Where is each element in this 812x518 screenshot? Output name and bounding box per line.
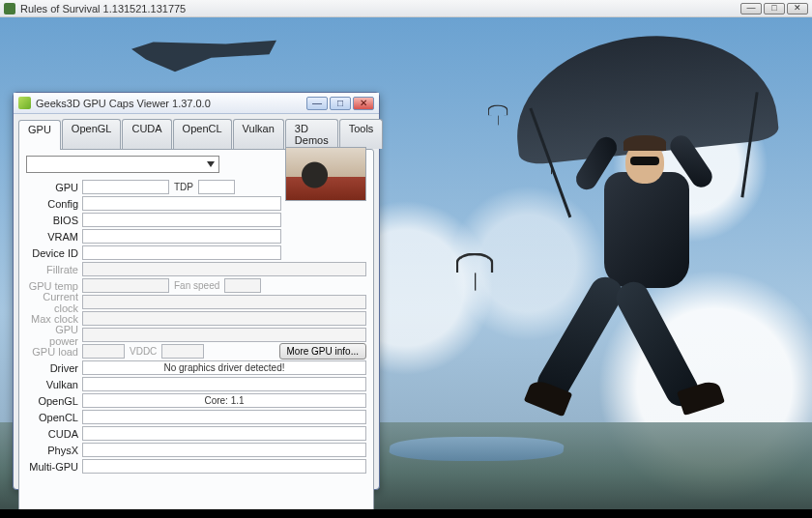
gpu-window-titlebar[interactable]: Geeks3D GPU Caps Viewer 1.37.0.0 — □ ✕ <box>14 93 379 114</box>
outer-maximize-button[interactable]: □ <box>764 3 785 14</box>
background-parachute <box>456 253 494 273</box>
field-physx <box>82 443 366 457</box>
gpu-select-dropdown[interactable] <box>26 156 219 173</box>
gpu-close-button[interactable]: ✕ <box>353 97 374 110</box>
field-config <box>82 196 281 211</box>
outer-close-button[interactable]: ✕ <box>787 3 808 14</box>
tab-vulkan[interactable]: Vulkan <box>233 119 284 149</box>
field-fillrate <box>82 262 366 276</box>
tab-3d-demos[interactable]: 3D Demos <box>285 119 338 149</box>
desktop: Rules of Survival 1.131521.131775 — □ ✕ <box>0 0 812 518</box>
field-tdp <box>198 180 235 194</box>
tab-tools[interactable]: Tools <box>339 119 384 149</box>
outer-window-content: Geeks3D GPU Caps Viewer 1.37.0.0 — □ ✕ G… <box>0 17 812 509</box>
label-opencl: OpenCL <box>26 412 82 423</box>
field-opengl: Core: 1.1 <box>82 393 366 408</box>
tab-label: OpenCL <box>183 123 222 134</box>
field-vddc <box>161 344 204 359</box>
chevron-down-icon <box>207 161 215 167</box>
label-vram: VRAM <box>26 231 82 243</box>
label-tdp: TDP <box>169 182 198 192</box>
gpu-caps-viewer-window[interactable]: Geeks3D GPU Caps Viewer 1.37.0.0 — □ ✕ G… <box>13 92 380 490</box>
field-device-id <box>82 245 281 260</box>
tab-label: Tools <box>349 123 374 134</box>
field-gpu-temp <box>82 278 169 293</box>
more-gpu-info-button[interactable]: More GPU info... <box>279 343 366 360</box>
label-fan-speed: Fan speed <box>169 280 224 291</box>
button-label: More GPU info... <box>287 346 359 357</box>
label-driver: Driver <box>26 362 82 374</box>
tab-gpu[interactable]: GPU <box>18 120 61 150</box>
label-gpu: GPU <box>26 182 82 193</box>
app-icon <box>4 3 15 14</box>
label-config: Config <box>26 198 82 210</box>
label-current-clock: Current clock <box>26 291 82 314</box>
tab-label: Vulkan <box>243 123 275 134</box>
field-driver: No graphics driver detected! <box>82 360 366 375</box>
gpu-app-icon <box>18 97 31 109</box>
field-gpu <box>82 180 169 194</box>
tab-label: 3D Demos <box>295 123 329 146</box>
field-current-clock <box>82 295 366 309</box>
tab-label: GPU <box>28 124 51 135</box>
character <box>508 66 768 433</box>
field-vram <box>82 229 281 244</box>
field-gpu-power <box>82 328 366 342</box>
gpu-maximize-button[interactable]: □ <box>330 97 351 110</box>
character-torso <box>604 172 689 288</box>
label-physx: PhysX <box>26 445 82 456</box>
field-opencl <box>82 410 366 424</box>
label-vddc: VDDC <box>125 346 161 357</box>
field-max-clock <box>82 311 366 326</box>
gpu-tab-panel: GPU TDP Config BIOS VRAM Device ID Fillr… <box>18 149 374 509</box>
field-vulkan <box>82 377 366 391</box>
field-cuda <box>82 426 366 441</box>
gpu-thumbnail <box>285 147 366 201</box>
outer-window-title: Rules of Survival 1.131521.131775 <box>20 3 186 14</box>
tab-label: CUDA <box>131 123 161 134</box>
tab-opengl[interactable]: OpenGL <box>62 119 122 149</box>
background-river <box>388 437 566 461</box>
label-opengl: OpenGL <box>26 395 82 407</box>
label-fillrate: Fillrate <box>26 264 82 275</box>
label-gpu-load: GPU load <box>26 346 82 358</box>
outer-window-titlebar[interactable]: Rules of Survival 1.131521.131775 — □ ✕ <box>0 0 812 17</box>
field-fan-speed <box>224 278 261 293</box>
label-vulkan: Vulkan <box>26 379 82 390</box>
label-device-id: Device ID <box>26 247 82 259</box>
tab-label: OpenGL <box>72 123 112 134</box>
character-sunglasses <box>630 157 659 165</box>
gpu-minimize-button[interactable]: — <box>306 97 328 110</box>
tab-bar: GPU OpenGL CUDA OpenCL Vulkan 3D Demos T… <box>14 114 379 149</box>
tab-cuda[interactable]: CUDA <box>122 119 171 149</box>
label-cuda: CUDA <box>26 428 82 440</box>
background-parachute <box>488 104 508 115</box>
outer-minimize-button[interactable]: — <box>740 3 762 14</box>
label-bios: BIOS <box>26 215 82 226</box>
tab-opencl[interactable]: OpenCL <box>173 119 232 149</box>
character-hair <box>624 135 666 151</box>
field-multi-gpu <box>82 459 366 474</box>
label-multi-gpu: Multi-GPU <box>26 461 82 473</box>
gpu-window-title: Geeks3D GPU Caps Viewer 1.37.0.0 <box>36 98 211 109</box>
field-bios <box>82 213 281 227</box>
label-gpu-power: GPU power <box>26 324 82 347</box>
field-gpu-load <box>82 344 125 359</box>
